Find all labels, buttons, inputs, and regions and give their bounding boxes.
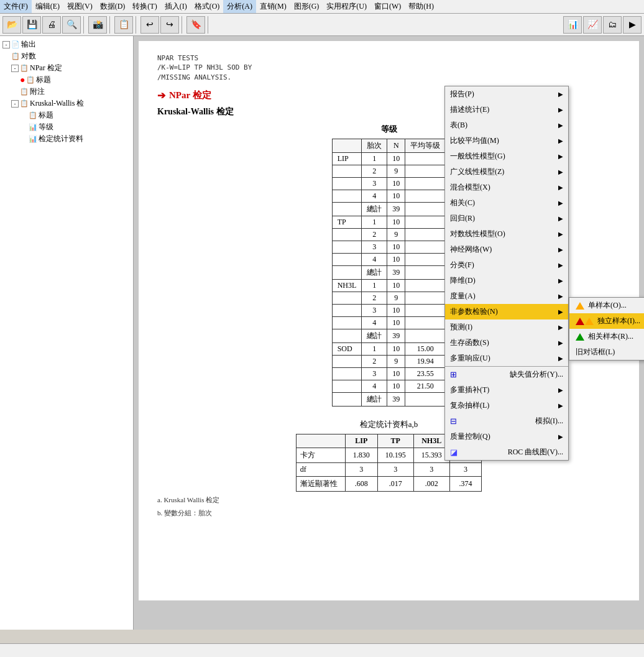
stats-row-chisq: 卡方 1.830 10.195 15.393 3.114 — [296, 448, 482, 463]
tree-icon-title2: 📋 — [29, 111, 37, 119]
table-row: 2 9 — [332, 165, 446, 178]
doc-pretext: NPAR TESTS /K-W=LIP TP NH3L SOD BY /MISS… — [157, 53, 620, 82]
stats-row-df: df 3 3 3 3 — [296, 463, 482, 477]
status-bar — [0, 643, 644, 657]
tree-label-notes1: 附注 — [30, 86, 45, 97]
tree-item-stats[interactable]: 📊 检定统计资料 — [29, 133, 131, 145]
group-lip: LIP — [332, 153, 362, 165]
tree-item-title1[interactable]: ● 📋 标题 — [20, 74, 131, 86]
toolbar-print[interactable]: 🖨 — [42, 16, 61, 34]
tree-expand-kruskal[interactable]: - — [11, 100, 19, 108]
toolbar-search[interactable]: 🔍 — [62, 16, 81, 34]
table-row: 4 10 — [332, 317, 446, 329]
menu-analyze[interactable]: 分析(A) — [223, 0, 256, 13]
tree-item-notes1[interactable]: 📋 附注 — [20, 86, 131, 98]
tree-item-title2[interactable]: 📋 标题 — [29, 109, 131, 121]
menu-format[interactable]: 格式(O) — [191, 0, 224, 13]
toolbar-undo[interactable]: ↩ — [140, 16, 159, 34]
main-layout: - 📄 输出 📋 对数 - 📋 NPar 检定 ● 📋 标题 📋 附注 - 📋 … — [0, 36, 644, 630]
tree-expand-output[interactable]: - — [2, 41, 10, 48]
footnote-b: b. 變數分組：胎次 — [157, 508, 620, 518]
menu-insert[interactable]: 插入(I) — [161, 0, 191, 13]
tree-icon-output: 📄 — [11, 40, 20, 48]
stats-label-sig: 漸近顯著性 — [296, 477, 345, 492]
right-panel: NPAR TESTS /K-W=LIP TP NH3L SOD BY /MISS… — [134, 36, 644, 630]
menu-transform[interactable]: 转换(T) — [129, 0, 160, 13]
section-arrow-icon: ➔ — [157, 90, 165, 101]
table-row: 總計 39 — [332, 266, 446, 280]
menu-help[interactable]: 帮助(H) — [405, 0, 438, 13]
tree-icon-npar: 📋 — [20, 64, 29, 72]
toolbar-chart3[interactable]: 🗂 — [603, 16, 622, 34]
toolbar-chart2[interactable]: 📈 — [583, 16, 602, 34]
section-title-text: NPar 检定 — [169, 90, 211, 101]
table-row: LIP 1 10 — [332, 153, 446, 165]
table-row: 3 10 — [332, 241, 446, 254]
table-row: TP 1 10 — [332, 216, 446, 229]
stats-col-lip: LIP — [345, 434, 377, 448]
tree-label-output: 输出 — [21, 39, 36, 50]
menu-edit[interactable]: 编辑(E) — [32, 0, 63, 13]
tree-label-kruskal: Kruskal-Wallis 检 — [30, 98, 84, 109]
table-row: 總計 39 — [332, 203, 446, 216]
toolbar-play[interactable]: ▶ — [623, 16, 642, 34]
menu-window[interactable]: 窗口(W) — [370, 0, 405, 13]
mean-1 — [405, 153, 446, 165]
menu-bar: 文件(F) 编辑(E) 视图(V) 数据(D) 转换(T) 插入(I) 格式(O… — [0, 0, 644, 14]
toolbar-save[interactable]: 💾 — [22, 16, 41, 34]
tree-icon-stats: 📊 — [29, 135, 37, 143]
stats-col-empty — [296, 434, 345, 448]
table2-title: 检定统计资料a,b — [157, 419, 620, 430]
table-row: NH3L 1 10 — [332, 280, 446, 292]
col-mean: 平均等级 — [405, 139, 446, 153]
menu-data[interactable]: 数据(D) — [96, 0, 129, 13]
rank-table: 胎次 N 平均等级 LIP 1 10 2 — [332, 139, 446, 407]
stats-col-tp: TP — [377, 434, 413, 448]
table-row: 總計 39 — [332, 329, 446, 343]
tree-label-title1: 标题 — [36, 75, 51, 85]
toolbar-redo[interactable]: ↪ — [160, 16, 179, 34]
tree-item-output[interactable]: - 📄 输出 — [2, 39, 131, 50]
test-stats-section: 检定统计资料a,b LIP TP NH3L SOD — [157, 419, 620, 518]
stats-col-sod: SOD — [449, 434, 482, 448]
col-group — [332, 139, 362, 153]
stats-row-sig: 漸近顯著性 .608 .017 .002 .374 — [296, 477, 482, 492]
menu-file[interactable]: 文件(F) — [0, 0, 32, 13]
menu-utilities[interactable]: 实用程序(U) — [323, 0, 370, 13]
toolbar: 📂 💾 🖨 🔍 📸 📋 ↩ ↪ 🔖 📊 📈 🗂 ▶ — [0, 14, 644, 36]
stats-table: LIP TP NH3L SOD 卡方 1.830 10.195 15.393 3 — [296, 434, 482, 492]
subsection-title: Kruskal-Wallis 检定 — [157, 106, 620, 117]
table-row: 3 10 23.55 — [332, 368, 446, 380]
toolbar-chart1[interactable]: 📊 — [563, 16, 582, 34]
tree-label-log: 对数 — [21, 51, 36, 62]
tree-label-npar: NPar 检定 — [30, 63, 62, 73]
menu-view[interactable]: 视图(V) — [63, 0, 96, 13]
stats-col-nh3l: NH3L — [413, 434, 449, 448]
table-row: 3 10 — [332, 305, 446, 317]
tree-item-log[interactable]: 📋 对数 — [11, 50, 131, 62]
tree-icon-rank: 📊 — [29, 123, 37, 131]
tree-label-stats: 检定统计资料 — [39, 134, 83, 144]
section-title: ➔ NPar 检定 — [157, 90, 620, 101]
table-row: 2 9 — [332, 292, 446, 305]
tree-item-npar[interactable]: - 📋 NPar 检定 — [11, 62, 131, 74]
toolbar-open[interactable]: 📂 — [2, 16, 21, 34]
tree-bullet-title1: ● — [20, 75, 25, 85]
toolbar-bookmark[interactable]: 🔖 — [186, 16, 205, 34]
table-row: 2 9 19.94 — [332, 356, 446, 368]
table-row: 4 10 21.50 — [332, 380, 446, 393]
tree-label-rank: 等级 — [39, 122, 53, 132]
toolbar-sep1 — [83, 16, 86, 34]
toolbar-capture[interactable]: 📸 — [88, 16, 107, 34]
tree-item-rank[interactable]: 📊 等级 — [29, 121, 131, 133]
toolbar-sep3 — [136, 16, 138, 34]
menu-directmarketing[interactable]: 直销(M) — [256, 0, 290, 13]
col-n: N — [387, 139, 405, 153]
tree-item-kruskal[interactable]: - 📋 Kruskal-Wallis 检 — [11, 98, 131, 109]
table-row: 4 10 — [332, 190, 446, 203]
toolbar-table[interactable]: 📋 — [114, 16, 133, 34]
menu-graphs[interactable]: 图形(G) — [290, 0, 323, 13]
tree-label-title2: 标题 — [39, 110, 53, 121]
stats-label-chisq: 卡方 — [296, 448, 345, 463]
tree-expand-npar[interactable]: - — [11, 65, 19, 72]
